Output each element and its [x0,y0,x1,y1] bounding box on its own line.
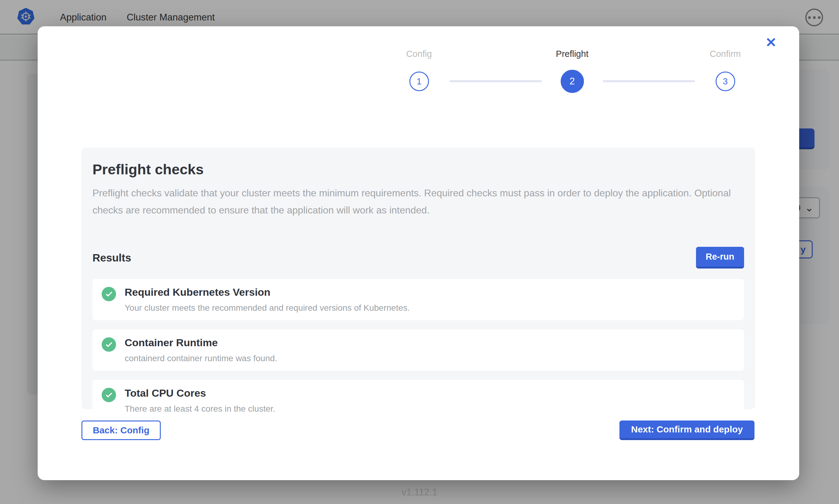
check-description: containerd container runtime was found. [125,354,277,363]
preflight-modal: ✕ Config 1 Preflight 2 Confirm 3 Preflig… [38,26,799,480]
check-result-row: Total CPU Cores There are at least 4 cor… [92,380,744,421]
check-result-row: Container Runtime containerd container r… [92,329,744,371]
check-description: Your cluster meets the recommended and r… [125,303,410,313]
check-pass-icon [102,388,116,402]
stepper-connector [603,80,695,82]
rerun-button[interactable]: Re-run [696,247,744,269]
check-result-text: Container Runtime containerd container r… [125,337,277,363]
check-title: Required Kubernetes Version [125,286,410,298]
next-confirm-deploy-button[interactable]: Next: Confirm and deploy [619,420,754,440]
close-icon[interactable]: ✕ [763,34,780,51]
step-label: Config [406,49,432,60]
check-pass-icon [102,287,116,301]
check-result-row: Required Kubernetes Version Your cluster… [92,279,744,320]
step-preflight[interactable]: Preflight 2 [542,49,603,93]
check-results-list: Required Kubernetes Version Your cluster… [92,279,744,421]
results-heading: Results [92,252,131,264]
step-config[interactable]: Config 1 [389,49,450,91]
preflight-description: Preflight checks validate that your clus… [92,184,744,219]
check-result-text: Total CPU Cores There are at least 4 cor… [125,387,275,414]
check-title: Total CPU Cores [125,387,275,399]
step-circle: 3 [716,72,735,91]
stepper-connector [450,80,542,82]
preflight-panel: Preflight checks Preflight checks valida… [82,147,755,409]
check-title: Container Runtime [125,337,277,349]
step-circle: 1 [409,72,429,91]
check-pass-icon [102,337,116,352]
step-circle: 2 [561,70,584,93]
modal-footer: Back: Config Next: Confirm and deploy [82,420,754,440]
wizard-stepper: Config 1 Preflight 2 Confirm 3 [389,49,756,93]
step-label: Preflight [556,49,588,60]
step-label: Confirm [710,49,741,60]
back-config-button[interactable]: Back: Config [82,420,161,440]
check-result-text: Required Kubernetes Version Your cluster… [125,286,410,313]
page-title: Preflight checks [92,161,744,178]
step-confirm[interactable]: Confirm 3 [695,49,756,91]
check-description: There are at least 4 cores in the cluste… [125,404,275,414]
results-header-row: Results Re-run [92,247,744,269]
